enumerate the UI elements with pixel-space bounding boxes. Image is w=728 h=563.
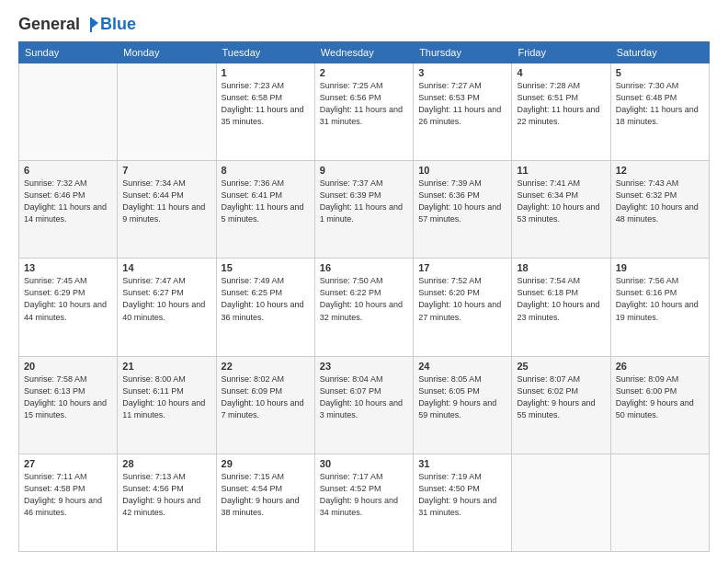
day-info: Sunrise: 7:45 AMSunset: 6:29 PMDaylight:… (24, 275, 112, 323)
calendar-cell: 27Sunrise: 7:11 AMSunset: 4:58 PMDayligh… (19, 454, 118, 551)
calendar-cell: 16Sunrise: 7:50 AMSunset: 6:22 PMDayligh… (314, 259, 413, 356)
day-number: 2 (320, 67, 408, 78)
day-number: 28 (122, 458, 210, 469)
calendar-cell: 25Sunrise: 8:07 AMSunset: 6:02 PMDayligh… (512, 356, 610, 454)
week-row-2: 6Sunrise: 7:32 AMSunset: 6:46 PMDaylight… (19, 161, 710, 259)
day-info: Sunrise: 7:52 AMSunset: 6:20 PMDaylight:… (418, 275, 506, 323)
calendar-cell: 22Sunrise: 8:02 AMSunset: 6:09 PMDayligh… (216, 356, 314, 454)
calendar-cell: 19Sunrise: 7:56 AMSunset: 6:16 PMDayligh… (610, 259, 709, 356)
calendar-table: SundayMondayTuesdayWednesdayThursdayFrid… (18, 41, 710, 552)
day-number: 17 (418, 262, 506, 273)
weekday-header-monday: Monday (118, 42, 216, 63)
day-info: Sunrise: 7:17 AMSunset: 4:52 PMDaylight:… (320, 471, 408, 519)
day-number: 13 (24, 262, 112, 273)
day-number: 29 (222, 458, 310, 469)
weekday-header-tuesday: Tuesday (216, 42, 314, 63)
day-info: Sunrise: 7:11 AMSunset: 4:58 PMDaylight:… (24, 471, 112, 519)
day-number: 26 (616, 361, 704, 372)
day-number: 3 (418, 67, 506, 78)
day-number: 6 (24, 165, 112, 176)
weekday-header-wednesday: Wednesday (314, 42, 413, 63)
svg-rect-1 (90, 17, 92, 32)
calendar-cell (118, 63, 216, 161)
day-info: Sunrise: 8:07 AMSunset: 6:02 PMDaylight:… (517, 373, 605, 421)
calendar-cell (512, 454, 610, 551)
calendar-cell: 20Sunrise: 7:58 AMSunset: 6:13 PMDayligh… (19, 356, 118, 454)
day-number: 16 (320, 262, 408, 273)
calendar-cell: 4Sunrise: 7:28 AMSunset: 6:51 PMDaylight… (512, 63, 610, 161)
logo: General Blue (18, 15, 136, 34)
day-info: Sunrise: 7:32 AMSunset: 6:46 PMDaylight:… (24, 178, 112, 225)
day-info: Sunrise: 7:41 AMSunset: 6:34 PMDaylight:… (517, 178, 605, 225)
day-info: Sunrise: 7:27 AMSunset: 6:53 PMDaylight:… (418, 80, 506, 128)
day-number: 14 (122, 262, 210, 273)
day-info: Sunrise: 7:39 AMSunset: 6:36 PMDaylight:… (418, 178, 506, 225)
day-number: 1 (222, 67, 310, 78)
header: General Blue (18, 15, 710, 34)
week-row-5: 27Sunrise: 7:11 AMSunset: 4:58 PMDayligh… (19, 454, 710, 551)
day-info: Sunrise: 8:00 AMSunset: 6:11 PMDaylight:… (122, 373, 210, 421)
svg-marker-0 (91, 17, 98, 29)
week-row-1: 1Sunrise: 7:23 AMSunset: 6:58 PMDaylight… (19, 63, 710, 161)
calendar-cell: 5Sunrise: 7:30 AMSunset: 6:48 PMDaylight… (610, 63, 709, 161)
calendar-cell: 21Sunrise: 8:00 AMSunset: 6:11 PMDayligh… (118, 356, 216, 454)
calendar-cell: 13Sunrise: 7:45 AMSunset: 6:29 PMDayligh… (19, 259, 118, 356)
day-number: 27 (24, 458, 112, 469)
calendar-cell (19, 63, 118, 161)
day-info: Sunrise: 7:25 AMSunset: 6:56 PMDaylight:… (320, 80, 408, 128)
day-number: 22 (222, 361, 310, 372)
weekday-header-saturday: Saturday (610, 42, 709, 63)
day-info: Sunrise: 7:34 AMSunset: 6:44 PMDaylight:… (122, 178, 210, 225)
day-info: Sunrise: 7:54 AMSunset: 6:18 PMDaylight:… (517, 275, 605, 323)
calendar-cell: 9Sunrise: 7:37 AMSunset: 6:39 PMDaylight… (314, 161, 413, 259)
calendar-cell: 8Sunrise: 7:36 AMSunset: 6:41 PMDaylight… (216, 161, 314, 259)
day-number: 18 (517, 262, 605, 273)
calendar-cell: 30Sunrise: 7:17 AMSunset: 4:52 PMDayligh… (314, 454, 413, 551)
calendar-cell: 24Sunrise: 8:05 AMSunset: 6:05 PMDayligh… (414, 356, 512, 454)
calendar-cell: 28Sunrise: 7:13 AMSunset: 4:56 PMDayligh… (118, 454, 216, 551)
day-info: Sunrise: 8:09 AMSunset: 6:00 PMDaylight:… (616, 373, 704, 421)
calendar-cell: 7Sunrise: 7:34 AMSunset: 6:44 PMDaylight… (118, 161, 216, 259)
day-number: 11 (517, 165, 605, 176)
day-info: Sunrise: 8:04 AMSunset: 6:07 PMDaylight:… (320, 373, 408, 421)
calendar-cell: 14Sunrise: 7:47 AMSunset: 6:27 PMDayligh… (118, 259, 216, 356)
week-row-4: 20Sunrise: 7:58 AMSunset: 6:13 PMDayligh… (19, 356, 710, 454)
day-number: 7 (122, 165, 210, 176)
day-number: 20 (24, 361, 112, 372)
day-info: Sunrise: 7:30 AMSunset: 6:48 PMDaylight:… (616, 80, 704, 128)
calendar-cell: 31Sunrise: 7:19 AMSunset: 4:50 PMDayligh… (414, 454, 512, 551)
day-number: 12 (616, 165, 704, 176)
calendar-cell: 10Sunrise: 7:39 AMSunset: 6:36 PMDayligh… (414, 161, 512, 259)
logo-general-text: General (18, 15, 80, 34)
day-number: 24 (418, 361, 506, 372)
day-number: 21 (122, 361, 210, 372)
day-number: 23 (320, 361, 408, 372)
day-info: Sunrise: 7:28 AMSunset: 6:51 PMDaylight:… (517, 80, 605, 128)
day-info: Sunrise: 7:56 AMSunset: 6:16 PMDaylight:… (616, 275, 704, 323)
day-number: 9 (320, 165, 408, 176)
day-info: Sunrise: 7:47 AMSunset: 6:27 PMDaylight:… (122, 275, 210, 323)
weekday-header-friday: Friday (512, 42, 610, 63)
day-number: 8 (222, 165, 310, 176)
calendar-cell: 15Sunrise: 7:49 AMSunset: 6:25 PMDayligh… (216, 259, 314, 356)
day-info: Sunrise: 7:36 AMSunset: 6:41 PMDaylight:… (222, 178, 310, 225)
day-info: Sunrise: 7:13 AMSunset: 4:56 PMDaylight:… (122, 471, 210, 519)
day-number: 25 (517, 361, 605, 372)
weekday-header-thursday: Thursday (414, 42, 512, 63)
day-info: Sunrise: 7:43 AMSunset: 6:32 PMDaylight:… (616, 178, 704, 225)
calendar-cell: 29Sunrise: 7:15 AMSunset: 4:54 PMDayligh… (216, 454, 314, 551)
day-info: Sunrise: 7:15 AMSunset: 4:54 PMDaylight:… (222, 471, 310, 519)
calendar-cell: 12Sunrise: 7:43 AMSunset: 6:32 PMDayligh… (610, 161, 709, 259)
logo-blue-text: Blue (100, 15, 136, 34)
calendar-cell: 11Sunrise: 7:41 AMSunset: 6:34 PMDayligh… (512, 161, 610, 259)
calendar-cell: 3Sunrise: 7:27 AMSunset: 6:53 PMDaylight… (414, 63, 512, 161)
week-row-3: 13Sunrise: 7:45 AMSunset: 6:29 PMDayligh… (19, 259, 710, 356)
day-number: 10 (418, 165, 506, 176)
day-number: 4 (517, 67, 605, 78)
calendar-cell: 26Sunrise: 8:09 AMSunset: 6:00 PMDayligh… (610, 356, 709, 454)
day-number: 31 (418, 458, 506, 469)
calendar-cell: 6Sunrise: 7:32 AMSunset: 6:46 PMDaylight… (19, 161, 118, 259)
page: General Blue SundayMondayTuesdayWednesda… (0, 0, 728, 563)
day-info: Sunrise: 7:19 AMSunset: 4:50 PMDaylight:… (418, 471, 506, 519)
day-info: Sunrise: 7:49 AMSunset: 6:25 PMDaylight:… (222, 275, 310, 323)
